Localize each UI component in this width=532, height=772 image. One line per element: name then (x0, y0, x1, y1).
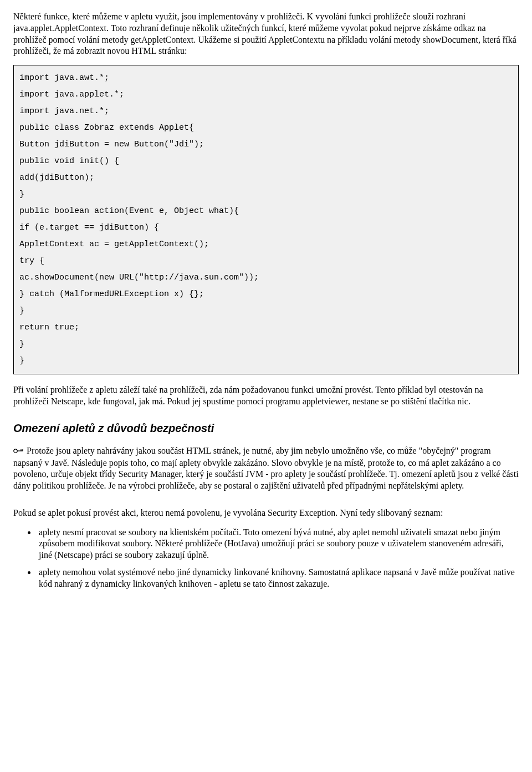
svg-point-0 (14, 449, 17, 453)
code-example: import java.awt.*; import java.applet.*;… (13, 65, 519, 374)
intro-paragraph: Některé funkce, které můžeme v apletu vy… (13, 11, 519, 57)
followup-paragraph: Při volání prohlížeče z apletu záleží ta… (13, 384, 519, 408)
key-icon (13, 446, 23, 458)
security-intro-text: Protože jsou aplety nahrávány jakou souč… (13, 446, 519, 490)
section-heading-security: Omezení apletů z důvodů bezpečnosti (13, 421, 519, 435)
security-intro-paragraph: Protože jsou aplety nahrávány jakou souč… (13, 445, 519, 492)
list-item: aplety nesmí pracovat se soubory na klie… (37, 527, 519, 561)
security-exception-paragraph: Pokud se aplet pokusí provést akci, kter… (13, 507, 519, 519)
list-item: aplety nemohou volat systémové nebo jiné… (37, 567, 519, 590)
restrictions-list: aplety nesmí pracovat se soubory na klie… (13, 527, 519, 590)
